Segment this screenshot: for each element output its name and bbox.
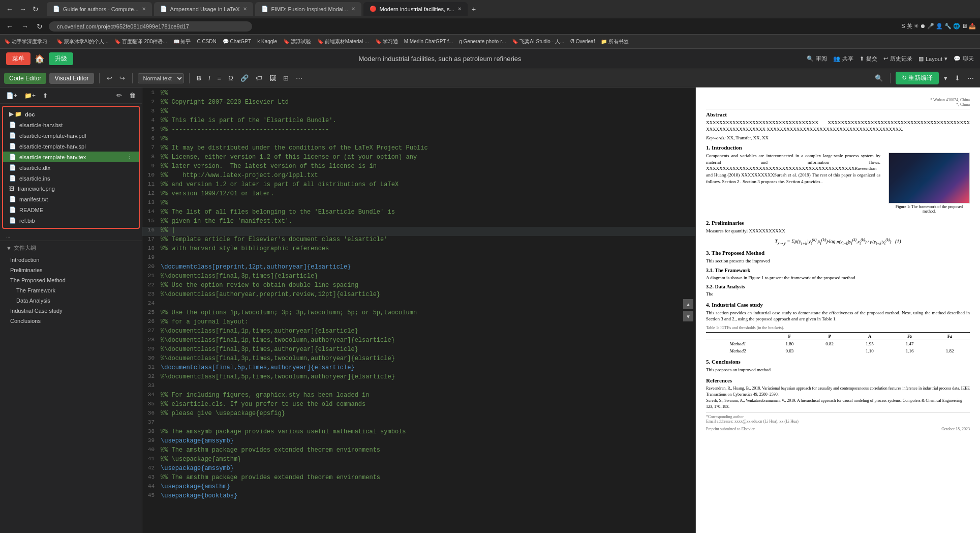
tag-button[interactable]: 🏷 — [254, 73, 264, 83]
outline-header[interactable]: ▼ 文件大纲 — [0, 241, 142, 255]
address-back[interactable]: ← — [4, 21, 15, 32]
file-item-png[interactable]: 🖼 framework.png — [3, 184, 139, 194]
outline-industrial[interactable]: Industrial Case study — [0, 306, 142, 316]
file-item-dtx[interactable]: 📄 elsarticle.dtx — [3, 162, 139, 173]
section2-heading: 2. Preliminaries — [706, 220, 970, 226]
more-toolbar-button[interactable]: ⋯ — [294, 73, 304, 83]
bookmark-7[interactable]: k Kaggle — [257, 39, 277, 44]
bookmark-generate[interactable]: g Generate photo-r... — [459, 39, 506, 44]
tab-1-close[interactable]: ✕ — [142, 6, 146, 12]
bookmark-4[interactable]: 📖 知乎 — [173, 38, 191, 45]
file-item-harv-tex[interactable]: 📄 elsarticle-template-harv.tex ⋮ — [3, 152, 139, 162]
layout-chevron: ▾ — [944, 55, 947, 62]
home-icon[interactable]: 🏠 — [35, 54, 45, 64]
share-button[interactable]: 👥 共享 — [833, 55, 853, 63]
audit-button[interactable]: 🔍 审阅 — [807, 55, 827, 63]
new-folder-button[interactable]: 📁+ — [22, 91, 38, 100]
address-reload[interactable]: ↻ — [35, 21, 45, 32]
file-icon-readme: 📄 — [9, 206, 16, 213]
file-item-bib[interactable]: 📄 ref.bib — [3, 215, 139, 226]
bookmark-overleaf[interactable]: Ø Overleaf — [570, 39, 595, 44]
browser-tab-4[interactable]: 🔴 Modern industrial facilities, s... ✕ — [363, 2, 468, 16]
file-item-harv-pdf[interactable]: 📄 elsarticle-template-harv.pdf — [3, 130, 139, 141]
download-button[interactable]: ⬇ — [953, 73, 962, 83]
conclusions-text: This proposes an improved method — [706, 367, 970, 373]
code-line-6: 6%% — [142, 135, 695, 144]
editor-toolbar: Code Editor Visual Editor ↩ ↪ Normal tex… — [0, 69, 980, 87]
outline-preliminaries[interactable]: Preliminaries — [0, 265, 142, 275]
file-item-doc[interactable]: ▶ 📁 doc — [3, 109, 139, 120]
new-tab-button[interactable]: + — [470, 4, 478, 14]
bookmark-6[interactable]: 💬 ChatGPT — [223, 39, 251, 44]
edit-icon[interactable]: ✏ — [114, 91, 124, 100]
bookmark-merlin[interactable]: M Merlin ChatGPT f... — [404, 39, 453, 44]
submit-button[interactable]: ⬆ 提交 — [860, 55, 877, 63]
file-context-icon[interactable]: ⋮ — [127, 154, 133, 160]
forward-button[interactable]: → — [17, 4, 28, 14]
chat-button[interactable]: 💬 聊天 — [954, 55, 974, 63]
delete-icon[interactable]: 🗑 — [127, 91, 138, 100]
omega-button[interactable]: Ω — [226, 73, 235, 83]
bookmark-10[interactable]: 🔖 学习通 — [375, 38, 398, 45]
file-item-harv-spl[interactable]: 📄 elsarticle-template-harv.spl — [3, 141, 139, 152]
upgrade-button[interactable]: 升级 — [49, 52, 73, 65]
upload-button[interactable]: ⬆ — [41, 91, 50, 100]
recompile-button[interactable]: ↻ 重新编译 — [896, 72, 939, 84]
bookmark-3[interactable]: 🔖 百度翻译-200种语... — [114, 38, 167, 45]
list-button[interactable]: ≡ — [216, 73, 224, 83]
redo-button[interactable]: ↪ — [117, 73, 127, 83]
recompile-chevron[interactable]: ▾ — [942, 73, 950, 83]
address-forward[interactable]: → — [19, 21, 30, 32]
file-item-harv-bst[interactable]: 📄 elsarticle-harv.bst — [3, 120, 139, 130]
editor-content[interactable]: 1%% 2%% Copyright 2007-2020 Elsevier Ltd… — [142, 87, 695, 533]
menu-button[interactable]: 菜单 — [6, 52, 30, 65]
outline-conclusions[interactable]: Conclusions — [0, 316, 142, 326]
layout-button[interactable]: ▦ Layout ▾ — [918, 55, 947, 62]
bookmark-9[interactable]: 🔖 前端素材Material-... — [317, 38, 369, 45]
prev-arrow[interactable]: ▲ — [683, 299, 693, 309]
bookmark-5[interactable]: C CSDN — [197, 39, 216, 44]
address-input[interactable] — [49, 21, 252, 32]
link-button[interactable]: 🔗 — [238, 73, 251, 83]
bookmark-aistudio[interactable]: 🔖 飞桨AI Studio - 人... — [512, 38, 564, 45]
browser-tab-2[interactable]: 📄 Ampersand Usage in LaTeX ✕ — [154, 2, 253, 16]
bookmark-8[interactable]: 🔖 漂浮试验 — [283, 38, 311, 45]
bookmark-2[interactable]: 🔖 跟李沐学AI的个人... — [56, 38, 109, 45]
table-row-1: Method1 1.80 0.82 1.95 1.47 — [706, 340, 970, 348]
code-line-33: 33 — [142, 382, 695, 392]
tab-3-close[interactable]: ✕ — [351, 6, 355, 12]
table-button[interactable]: ⊞ — [281, 73, 291, 83]
visual-editor-tab[interactable]: Visual Editor — [49, 73, 94, 84]
outline-proposed[interactable]: The Proposed Method — [0, 275, 142, 285]
bookmark-1[interactable]: 🔖 动手学深度学习 - — [4, 38, 50, 45]
browser-tab-1[interactable]: 📄 Guide for authors - Compute... ✕ — [47, 2, 152, 16]
text-style-select[interactable]: Normal text Heading 1 Heading 2 Section — [138, 73, 184, 83]
code-line-1: 1%% — [142, 90, 695, 99]
outline-framework[interactable]: The Framework — [0, 285, 142, 295]
new-file-button[interactable]: 📄+ — [4, 91, 19, 100]
more-preview-button[interactable]: ⋯ — [965, 73, 976, 83]
code-editor-tab[interactable]: Code Editor — [4, 73, 46, 84]
outline-introduction[interactable]: Introduction — [0, 255, 142, 265]
browser-tab-3[interactable]: 📄 FIMD: Fusion-Inspired Modal... ✕ — [255, 2, 361, 16]
tab-2-label: Ampersand Usage in LaTeX — [170, 6, 240, 12]
reload-button[interactable]: ↻ — [30, 4, 41, 14]
history-button[interactable]: ↩ 历史记录 — [883, 55, 912, 63]
italic-button[interactable]: I — [206, 73, 212, 83]
tab-2-close[interactable]: ✕ — [243, 6, 247, 12]
preprint-note: Preprint submitted to Elsevier — [706, 427, 755, 431]
search-button[interactable]: 🔍 — [873, 73, 885, 83]
file-item-ins[interactable]: 📄 elsarticle.ins — [3, 173, 139, 184]
file-item-readme[interactable]: 📄 README — [3, 204, 139, 215]
tab-4-close[interactable]: ✕ — [457, 6, 462, 12]
more-files-button[interactable]: ... — [0, 231, 142, 241]
outline-data-analysis[interactable]: Data Analysis — [0, 295, 142, 306]
bold-button[interactable]: B — [195, 73, 203, 83]
bookmark-all[interactable]: 📁 所有书签 — [601, 38, 629, 45]
code-line-26: 26%% for a journal layout: — [142, 318, 695, 328]
next-arrow[interactable]: ▼ — [683, 311, 693, 321]
back-button[interactable]: ← — [4, 4, 15, 14]
image-button[interactable]: 🖼 — [267, 73, 278, 83]
undo-button[interactable]: ↩ — [105, 73, 114, 83]
file-item-manifest[interactable]: 📄 manifest.txt — [3, 194, 139, 204]
